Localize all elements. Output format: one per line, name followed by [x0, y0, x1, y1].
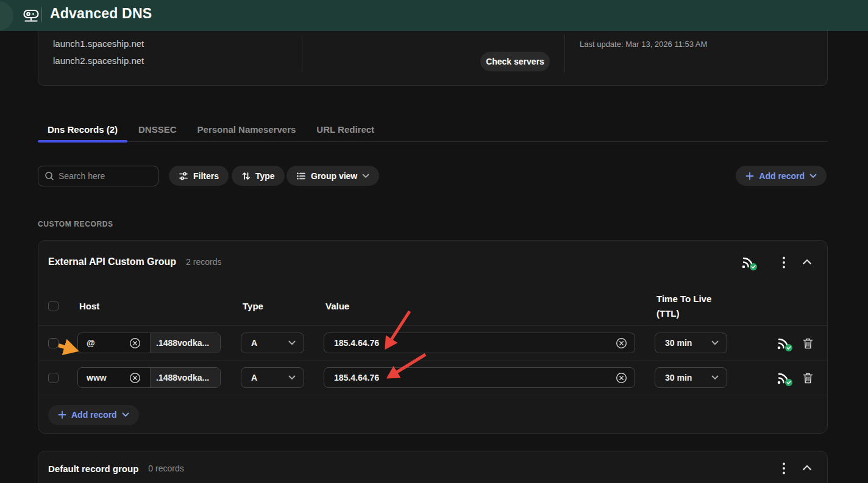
record-group-card-default: Default record group 0 records — [38, 451, 828, 483]
clear-host-icon[interactable] — [129, 372, 141, 384]
chevron-down-icon — [362, 174, 369, 178]
column-header-ttl: Time To Live (TTL) — [656, 292, 730, 321]
domain-suffix: .1488vodka... — [150, 333, 220, 353]
plus-icon — [745, 172, 754, 180]
host-field[interactable] — [87, 338, 129, 348]
group-menu-icon[interactable] — [778, 256, 789, 269]
column-header-type: Type — [243, 301, 306, 311]
group-menu-icon[interactable] — [778, 462, 789, 474]
chevron-down-icon — [711, 375, 719, 380]
nameservers-card: launch1.spaceship.net launch2.spaceship.… — [38, 31, 828, 86]
card-divider — [302, 35, 302, 72]
ttl-select[interactable]: 30 min — [655, 367, 727, 388]
ttl-select[interactable]: 30 min — [655, 333, 727, 353]
nameserver-item: launch2.spaceship.net — [53, 55, 144, 66]
chevron-down-icon — [288, 375, 296, 380]
value-input-wrapper — [324, 333, 635, 353]
value-field[interactable] — [334, 338, 616, 348]
ttl-line2: (TTL) — [656, 308, 679, 319]
header-divider — [41, 7, 42, 22]
chevron-down-icon — [122, 412, 129, 417]
chevron-down-icon — [711, 340, 719, 345]
value-field[interactable] — [334, 373, 616, 383]
ttl-line1: Time To Live — [656, 294, 711, 304]
host-field[interactable] — [87, 373, 129, 383]
card-divider — [564, 35, 565, 72]
header-partial-circle-button[interactable] — [0, 1, 13, 30]
tab-label: Dns Records (2) — [48, 124, 118, 135]
type-sort-label: Type — [255, 171, 275, 181]
group-header: External API Custom Group 2 records — [38, 241, 827, 283]
select-all-checkbox[interactable] — [48, 301, 59, 311]
row-checkbox[interactable] — [48, 338, 59, 348]
add-record-label: Add record — [759, 171, 805, 181]
row-checkbox[interactable] — [48, 373, 59, 383]
search-box — [38, 166, 158, 186]
host-input-group: .1488vodka... — [77, 367, 221, 388]
column-header-value: Value — [326, 301, 637, 311]
records-toolbar: Filters Type Group view Add record — [38, 166, 828, 186]
record-group-card-external-api: External API Custom Group 2 records Host… — [38, 240, 828, 434]
list-icon — [296, 171, 306, 181]
value-input-wrapper — [324, 367, 635, 388]
tab-label: DNSSEC — [138, 124, 177, 135]
ttl-value: 30 min — [665, 338, 692, 348]
table-header: Host Type Value Time To Live (TTL) — [38, 287, 827, 326]
sort-arrows-icon — [241, 171, 251, 181]
group-view-label: Group view — [311, 171, 357, 181]
propagation-status-icon[interactable] — [776, 335, 794, 352]
tab-url-redirect[interactable]: URL Redirect — [307, 118, 384, 141]
add-record-button[interactable]: Add record — [736, 166, 827, 186]
host-field-wrapper — [78, 368, 150, 387]
filters-button[interactable]: Filters — [169, 166, 229, 186]
type-value: A — [251, 373, 257, 383]
clear-host-icon[interactable] — [129, 337, 141, 349]
delete-record-icon[interactable] — [802, 337, 814, 350]
type-value: A — [251, 338, 257, 348]
tab-label: Personal Nameservers — [197, 124, 296, 135]
type-select[interactable]: A — [241, 367, 304, 388]
check-servers-button[interactable]: Check servers — [480, 52, 550, 71]
clear-value-icon[interactable] — [616, 372, 627, 384]
add-record-in-group-button[interactable]: Add record — [48, 405, 139, 425]
host-field-wrapper — [78, 333, 150, 353]
host-input-group: .1488vodka... — [77, 333, 221, 353]
dns-server-icon — [22, 7, 40, 25]
page-title: Advanced DNS — [50, 5, 152, 22]
ttl-value: 30 min — [665, 373, 692, 383]
nameserver-item: launch1.spaceship.net — [53, 38, 144, 49]
last-update-text: Last update: Mar 13, 2026 11:53 AM — [580, 40, 707, 49]
section-label: CUSTOM RECORDS — [38, 220, 113, 228]
column-header-host: Host — [79, 301, 222, 311]
add-record-label: Add record — [71, 410, 117, 420]
chevron-down-icon — [809, 174, 817, 178]
tab-label: URL Redirect — [316, 124, 374, 135]
propagation-status-icon[interactable] — [741, 254, 759, 271]
propagation-status-icon[interactable] — [776, 370, 794, 387]
search-icon — [44, 171, 54, 181]
group-header: Default record group 0 records — [38, 451, 827, 483]
domain-suffix: .1488vodka... — [150, 368, 220, 387]
group-record-count: 0 records — [148, 464, 183, 473]
group-view-button[interactable]: Group view — [286, 166, 379, 186]
plus-icon — [58, 411, 66, 419]
clear-value-icon[interactable] — [616, 337, 627, 349]
record-row: .1488vodka... A 30 min — [38, 326, 827, 361]
record-row: .1488vodka... A 30 min — [38, 361, 827, 395]
delete-record-icon[interactable] — [802, 372, 814, 385]
app-header: Advanced DNS — [0, 0, 868, 31]
filters-label: Filters — [193, 171, 219, 181]
tabs-bar: Dns Records (2) DNSSEC Personal Nameserv… — [38, 118, 828, 142]
group-title: External API Custom Group — [48, 256, 176, 267]
collapse-group-icon[interactable] — [802, 258, 813, 266]
tab-dnssec[interactable]: DNSSEC — [129, 118, 187, 141]
collapse-group-icon[interactable] — [802, 464, 813, 472]
tab-personal-nameservers[interactable]: Personal Nameservers — [188, 118, 306, 141]
type-select[interactable]: A — [241, 333, 304, 353]
chevron-down-icon — [288, 340, 296, 345]
search-input[interactable] — [59, 171, 169, 181]
sliders-icon — [179, 171, 188, 181]
group-record-count: 2 records — [186, 257, 221, 267]
type-sort-button[interactable]: Type — [232, 166, 285, 186]
tab-dns-records[interactable]: Dns Records (2) — [38, 118, 127, 141]
